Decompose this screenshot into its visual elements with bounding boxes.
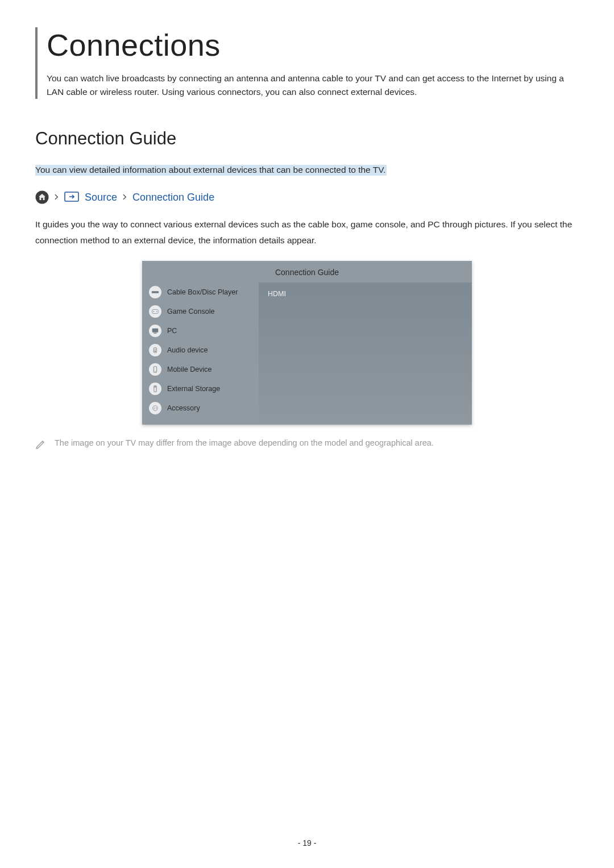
tv-item-game-console[interactable]: Game Console	[147, 302, 259, 321]
mobile-icon	[149, 363, 161, 376]
svg-rect-6	[154, 333, 156, 333]
accessory-icon	[149, 402, 161, 414]
tv-item-mobile[interactable]: Mobile Device	[147, 360, 259, 379]
title-accent-bar	[35, 27, 38, 99]
tv-item-label: Accessory	[167, 404, 200, 412]
svg-point-3	[154, 311, 155, 312]
svg-point-11	[155, 371, 155, 372]
source-icon	[64, 192, 79, 203]
note-row: The image on your TV may differ from the…	[35, 438, 579, 449]
note-text: The image on your TV may differ from the…	[55, 438, 434, 447]
tv-item-accessory[interactable]: Accessory	[147, 398, 259, 418]
chevron-right-icon	[123, 193, 127, 202]
svg-point-9	[155, 350, 156, 352]
title-block: Connections You can watch live broadcast…	[35, 27, 579, 99]
nav-guide-text: Connection Guide	[132, 192, 214, 203]
nav-source-text: Source	[85, 192, 117, 203]
tv-screenshot: Connection Guide Cable Box/Disc Player G…	[142, 261, 472, 425]
page-intro: You can watch live broadcasts by connect…	[47, 72, 579, 99]
svg-rect-13	[155, 386, 156, 387]
svg-rect-2	[152, 291, 159, 293]
nav-path: Source Connection Guide	[35, 190, 579, 204]
section-summary-wrap: You can view detailed information about …	[35, 165, 579, 190]
tv-item-label: External Storage	[167, 385, 220, 393]
page-number: - 19 -	[0, 838, 614, 848]
tv-detail-label: HDMI	[268, 290, 286, 298]
tv-header: Connection Guide	[142, 261, 472, 283]
storage-icon	[149, 383, 161, 395]
tv-sidebar: Cable Box/Disc Player Game Console PC	[142, 283, 259, 425]
tv-item-label: PC	[167, 327, 177, 335]
tv-item-cable-box[interactable]: Cable Box/Disc Player	[147, 283, 259, 302]
pc-icon	[149, 325, 161, 337]
section-body: It guides you the way to connect various…	[35, 217, 579, 248]
gamepad-icon	[149, 305, 161, 318]
home-icon	[35, 190, 49, 204]
page-title: Connections	[47, 27, 579, 63]
tv-item-label: Mobile Device	[167, 366, 212, 373]
note-icon	[35, 439, 45, 449]
tv-item-label: Cable Box/Disc Player	[167, 288, 238, 296]
tv-item-label: Audio device	[167, 346, 208, 354]
section-summary: You can view detailed information about …	[35, 165, 387, 176]
tv-item-label: Game Console	[167, 308, 214, 315]
chevron-right-icon	[55, 193, 59, 202]
svg-rect-5	[152, 328, 159, 332]
tv-item-pc[interactable]: PC	[147, 321, 259, 340]
svg-point-8	[155, 348, 156, 350]
tv-item-storage[interactable]: External Storage	[147, 379, 259, 398]
tv-item-audio[interactable]: Audio device	[147, 340, 259, 360]
disc-icon	[149, 286, 161, 298]
audio-icon	[149, 344, 161, 356]
svg-point-4	[156, 311, 157, 312]
tv-detail-panel: HDMI	[259, 283, 472, 425]
section-heading: Connection Guide	[35, 128, 579, 149]
svg-point-14	[153, 405, 158, 410]
